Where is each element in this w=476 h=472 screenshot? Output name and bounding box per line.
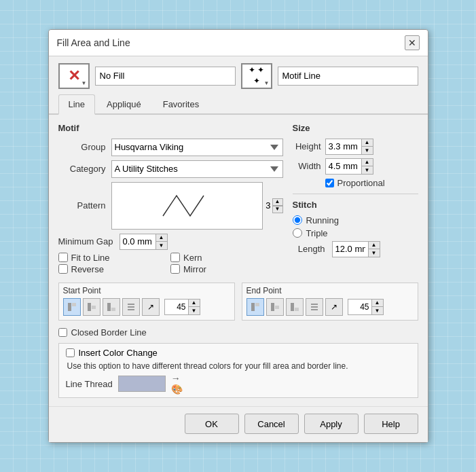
- title-bar: Fill Area and Line ✕: [49, 30, 428, 56]
- motif-type-button[interactable]: ✦ ✦ ✦ ▼: [241, 63, 272, 89]
- triple-row: Triple: [293, 228, 418, 238]
- end-angle-input[interactable]: [348, 299, 372, 315]
- width-spin-up[interactable]: ▲: [362, 159, 373, 166]
- end-arrow-right-icon: ↗: [331, 302, 337, 312]
- align-center-top-icon: [87, 302, 96, 312]
- tab-applique[interactable]: Appliqué: [96, 94, 151, 115]
- svg-rect-2: [88, 303, 91, 311]
- start-angle-spinner: ▲ ▼: [189, 299, 200, 315]
- pattern-label: Pattern: [58, 200, 106, 211]
- group-row: Group Husqvarna Viking: [58, 139, 283, 156]
- insert-color-checkbox[interactable]: [66, 348, 75, 357]
- svg-rect-9: [251, 303, 255, 311]
- running-radio[interactable]: [293, 215, 302, 225]
- kern-checkbox[interactable]: [170, 253, 180, 262]
- cancel-button[interactable]: Cancel: [244, 414, 299, 434]
- height-spin-down[interactable]: ▼: [362, 147, 373, 154]
- ok-button[interactable]: OK: [185, 414, 239, 434]
- thread-color-swatch[interactable]: [118, 376, 166, 392]
- category-label: Category: [58, 164, 106, 174]
- end-point-group: End Point: [242, 283, 418, 321]
- svg-rect-12: [275, 306, 279, 309]
- pattern-spin-up[interactable]: ▲: [272, 198, 283, 206]
- proportional-row: Proportional: [293, 178, 418, 188]
- length-input[interactable]: [333, 242, 368, 257]
- group-select[interactable]: Husqvarna Viking: [111, 139, 283, 156]
- fill-dropdown-arrow: ▼: [81, 80, 87, 86]
- end-angle-spin-up[interactable]: ▲: [372, 299, 383, 307]
- start-point-icons: ↗ ▲ ▼: [63, 298, 230, 316]
- proportional-checkbox[interactable]: [325, 179, 334, 187]
- reverse-checkbox[interactable]: [58, 264, 68, 274]
- end-align-right-top-btn[interactable]: [286, 298, 304, 316]
- help-button[interactable]: Help: [364, 414, 418, 434]
- min-gap-input[interactable]: [120, 234, 155, 249]
- start-align-right-top-btn[interactable]: [103, 298, 120, 316]
- apply-button[interactable]: Apply: [304, 414, 359, 434]
- fit-to-line-label: Fit to Line: [71, 253, 110, 263]
- min-gap-spin-down[interactable]: ▼: [156, 242, 167, 249]
- pattern-row: Pattern 3 ▲ ▼: [58, 182, 283, 230]
- mirror-checkbox[interactable]: [170, 264, 180, 274]
- height-input[interactable]: [326, 139, 361, 154]
- length-spin-up[interactable]: ▲: [369, 242, 380, 249]
- motif-section: Motif Group Husqvarna Viking Category A …: [58, 123, 283, 276]
- reverse-item: Reverse: [58, 264, 171, 274]
- tab-line[interactable]: Line: [58, 94, 96, 115]
- category-select[interactable]: A Utility Stitches: [111, 160, 283, 178]
- reverse-label: Reverse: [71, 264, 104, 274]
- svg-rect-8: [128, 309, 134, 310]
- svg-rect-11: [271, 303, 274, 311]
- closed-border-label: Closed Border Line: [71, 327, 147, 338]
- fill-type-button[interactable]: ✕ ▼: [58, 63, 90, 89]
- end-angle-spin-down[interactable]: ▼: [372, 307, 383, 314]
- stitch-section: Stitch Running Triple Length: [293, 194, 418, 257]
- width-input-group: ▲ ▼: [325, 158, 373, 175]
- end-align-center-top-btn[interactable]: [266, 298, 284, 316]
- min-gap-row: Minimum Gap ▲ ▼: [58, 234, 283, 250]
- length-label: Length: [293, 244, 325, 254]
- kern-label: Kern: [183, 253, 202, 263]
- start-align-center-top-btn[interactable]: [83, 298, 100, 316]
- align-left-mid-icon: [126, 302, 136, 312]
- start-align-left-top-btn[interactable]: [63, 298, 81, 316]
- width-input[interactable]: [326, 159, 361, 174]
- fit-to-line-checkbox[interactable]: [58, 253, 68, 262]
- end-arrow-right-btn[interactable]: ↗: [325, 298, 343, 316]
- start-align-left-mid-btn[interactable]: [122, 298, 140, 316]
- start-angle-spin-down[interactable]: ▼: [189, 307, 200, 314]
- length-spin-down[interactable]: ▼: [369, 249, 380, 257]
- motif-label-input[interactable]: [278, 67, 418, 86]
- motif-dropdown-arrow: ▼: [264, 80, 270, 86]
- tab-favorites[interactable]: Favorites: [153, 94, 209, 115]
- start-angle-input[interactable]: [164, 299, 189, 315]
- fill-label-input[interactable]: [95, 67, 236, 86]
- triple-label: Triple: [306, 228, 328, 238]
- end-align-left-top-btn[interactable]: [246, 298, 264, 316]
- motif-stars-icon: ✦ ✦ ✦: [249, 66, 264, 85]
- height-spin-up[interactable]: ▲: [362, 139, 373, 147]
- close-button[interactable]: ✕: [405, 35, 420, 50]
- category-row: Category A Utility Stitches: [58, 160, 283, 178]
- right-col: Size Height ▲ ▼ Width: [293, 123, 418, 276]
- svg-rect-5: [111, 308, 115, 311]
- start-arrow-right-btn[interactable]: ↗: [142, 298, 160, 316]
- thread-row: Line Thread →🎨: [66, 376, 411, 392]
- end-align-left-mid-btn[interactable]: [306, 298, 323, 316]
- svg-rect-3: [92, 306, 96, 309]
- end-align-center-top-icon: [270, 302, 280, 312]
- thread-color-arrow-btn[interactable]: →🎨: [171, 376, 190, 392]
- align-right-top-icon: [107, 302, 116, 312]
- width-label: Width: [293, 161, 321, 171]
- svg-rect-1: [72, 303, 76, 306]
- triple-radio[interactable]: [293, 228, 302, 238]
- end-angle-spinner: ▲ ▼: [372, 299, 384, 315]
- closed-border-checkbox[interactable]: [58, 328, 67, 337]
- min-gap-spin-up[interactable]: ▲: [156, 234, 167, 242]
- start-angle-spin-up[interactable]: ▲: [189, 299, 200, 307]
- svg-rect-4: [107, 303, 111, 311]
- width-spin-down[interactable]: ▼: [362, 166, 373, 174]
- pattern-spin-down[interactable]: ▼: [272, 206, 283, 213]
- svg-rect-13: [291, 303, 294, 311]
- insert-color-label: Insert Color Change: [79, 348, 158, 358]
